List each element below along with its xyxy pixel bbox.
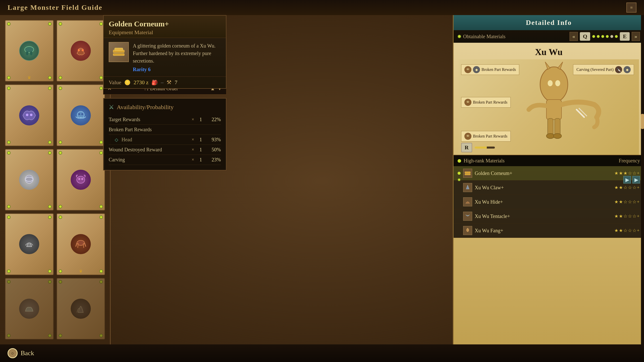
svg-line-31: [579, 108, 587, 116]
svg-point-10: [78, 113, 80, 115]
item-name: Golden Corneum+: [109, 20, 221, 28]
bottom-bar: ○ Back: [0, 344, 644, 362]
material-icon-2: [463, 183, 472, 192]
scroll-track[interactable]: [641, 15, 644, 344]
r-bar: [475, 147, 495, 149]
avail-label-broken: Broken Part Rewards: [109, 127, 221, 132]
availability-icon: ⚔: [109, 104, 114, 111]
xu-wu-silhouette: [509, 59, 609, 155]
nav-dot-5: [610, 35, 613, 38]
value-amount: 2730 z: [134, 79, 148, 86]
arrow-right-icon: ▶: [623, 176, 631, 184]
svg-point-5: [78, 49, 80, 51]
material-row-2[interactable]: Xu Wu Claw+ ★★☆☆☆+: [454, 180, 644, 195]
detail-header: Detailed Info ▶ ▶: [454, 15, 644, 30]
carving-icon-2: ◆: [624, 66, 631, 73]
svg-point-12: [25, 175, 33, 183]
svg-point-8: [30, 114, 32, 116]
material-name-5: Xu Wu Fang+: [475, 228, 614, 234]
reward-icon-2: ◆: [473, 66, 480, 73]
nav-prev-button[interactable]: «: [570, 32, 578, 41]
avail-row-carving: Carving × 1 23%: [109, 155, 221, 165]
reward-icon-4: 👁: [464, 133, 471, 140]
nav-dot-2: [597, 35, 600, 38]
avail-pct-head: 93%: [206, 137, 221, 143]
item-rarity: Rarity 6: [133, 67, 221, 72]
material-stars-3: ★★☆☆☆+: [614, 199, 640, 205]
material-stars-1: ★★★☆☆+: [614, 170, 640, 176]
nav-label: Obtainable Materials: [463, 34, 568, 39]
monster-diagram: 👁 ◆ Broken Part Rewards Carving (Severed…: [459, 59, 639, 155]
nav-dot-3: [601, 35, 604, 38]
svg-point-4: [30, 51, 32, 55]
avail-row-head: ◇ Head × 1 93%: [109, 135, 221, 145]
menu-icon[interactable]: ≡: [626, 3, 636, 13]
nav-next-button[interactable]: »: [632, 32, 640, 41]
app-title: Large Monster Field Guide: [8, 4, 102, 12]
coin-icon: 🪙: [124, 79, 131, 85]
svg-point-24: [555, 80, 560, 86]
svg-point-13: [77, 176, 85, 183]
material-name-1: Golden Corneum+: [475, 170, 614, 176]
reward-label-2: 👁 Broken Part Rewards: [461, 97, 511, 108]
material-row-5[interactable]: Xu Wu Fang+ ★★☆☆☆+: [454, 223, 644, 238]
back-key: ○: [8, 348, 18, 358]
material-stars-4: ★★☆☆☆+: [614, 213, 640, 219]
material-row-1[interactable]: Golden Corneum+ ★★★☆☆+: [454, 166, 644, 180]
svg-point-11: [81, 113, 83, 115]
reward-label-3: 👁 Broken Part Rewards: [461, 131, 511, 142]
material-name-4: Xu Wu Tentacle+: [475, 213, 614, 219]
monster-cell-10[interactable]: [57, 278, 105, 339]
nav-dot: [458, 35, 461, 38]
svg-point-20: [540, 67, 568, 102]
item-type: Equipment Material: [109, 29, 221, 36]
nav-dot-4: [606, 35, 609, 38]
material-stars-2: ★★☆☆☆+: [614, 185, 640, 190]
avail-row-broken: Broken Part Rewards: [109, 125, 221, 135]
item-popup-header: Golden Corneum+ Equipment Material: [104, 16, 226, 38]
carving-icon-1: 🔪: [615, 66, 622, 73]
monster-cell-1[interactable]: ♛: [5, 20, 54, 81]
monster-cell-9[interactable]: [5, 278, 54, 339]
svg-rect-25: [546, 100, 561, 120]
monster-cell-4[interactable]: [57, 84, 105, 146]
svg-point-14: [78, 178, 80, 180]
item-value-row: Value 🪙 2730 z 🎒 – ⚒ 7: [104, 76, 226, 88]
monster-cell-6[interactable]: [57, 149, 105, 210]
crown-icon-2: ♛: [79, 269, 83, 274]
avail-pct-target: 22%: [206, 117, 221, 122]
back-button[interactable]: ○ Back: [8, 348, 34, 358]
value-carry: 7: [175, 79, 177, 86]
arrow-right2-icon: ▶: [632, 176, 640, 184]
nav-q-key[interactable]: Q: [580, 32, 590, 41]
rank-label: High-rank Materials: [464, 158, 619, 164]
monster-cell-2[interactable]: [57, 20, 105, 81]
svg-point-29: [553, 133, 561, 139]
scroll-thumb[interactable]: [641, 114, 644, 129]
availability-title: ⚔ Availability/Probability: [109, 104, 221, 111]
freq-label: Frequency: [619, 158, 640, 164]
avail-pct-wound: 50%: [206, 147, 221, 153]
avail-row-target: Target Rewards × 1 22%: [109, 115, 221, 125]
availability-popup: ⚔ Availability/Probability Target Reward…: [103, 98, 226, 170]
value-label: Value: [109, 79, 121, 86]
avail-sub-head: ◇ Head: [109, 137, 192, 143]
monster-cell-3[interactable]: [5, 84, 54, 146]
r-key[interactable]: R: [461, 143, 472, 152]
monster-cell-7[interactable]: [5, 213, 54, 275]
monster-cell-5[interactable]: [5, 149, 54, 210]
detail-nav-bar: Obtainable Materials « Q E »: [454, 30, 644, 43]
material-icon-5: [463, 226, 472, 235]
svg-marker-21: [545, 62, 550, 69]
material-row-4[interactable]: Xu Wu Tentacle+ ★★☆☆☆+: [454, 209, 644, 223]
r-button-area[interactable]: R: [461, 143, 495, 152]
monster-cell-8[interactable]: ♛: [57, 213, 105, 275]
nav-e-key[interactable]: E: [620, 32, 630, 41]
svg-rect-33: [465, 174, 470, 175]
svg-line-30: [577, 110, 584, 117]
materials-header: High-rank Materials Frequency: [454, 155, 644, 166]
monster-name: Xu Wu: [454, 43, 644, 59]
material-row-3[interactable]: Xu Wu Hide+ ★★☆☆☆+: [454, 195, 644, 209]
material-name-2: Xu Wu Claw+: [475, 185, 614, 191]
avail-label-wound: Wound Destroyed Reward: [109, 147, 192, 153]
